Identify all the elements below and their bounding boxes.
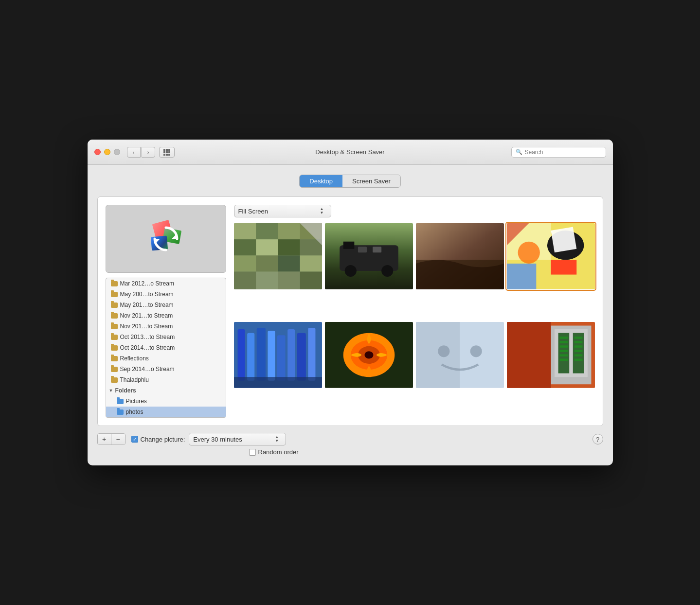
svg-rect-14 — [300, 255, 322, 271]
svg-rect-71 — [507, 322, 551, 388]
search-box[interactable]: 🔍 — [511, 147, 606, 158]
random-order-checkbox[interactable] — [249, 449, 256, 456]
folder-icon — [111, 345, 118, 351]
folder-icon — [111, 313, 118, 319]
svg-rect-57 — [558, 333, 569, 374]
folder-icon — [111, 324, 118, 329]
change-picture-checkbox-label[interactable]: Change picture: — [131, 436, 185, 443]
svg-rect-63 — [559, 354, 568, 356]
svg-rect-51 — [416, 322, 460, 388]
svg-rect-8 — [256, 239, 278, 255]
interval-select[interactable]: Every 30 minutes ▲ ▼ — [189, 433, 286, 445]
window-title: Desktop & Screen Saver — [315, 148, 384, 156]
search-input[interactable] — [525, 149, 602, 156]
change-picture-checkbox[interactable] — [131, 436, 138, 443]
source-item-oct2013[interactable]: Oct 2013…to Stream — [106, 332, 226, 342]
help-button[interactable]: ? — [592, 434, 603, 445]
svg-rect-4 — [256, 223, 278, 239]
maximize-button[interactable] — [114, 149, 120, 155]
photo-thumb-5[interactable] — [234, 322, 322, 388]
svg-marker-0 — [172, 233, 177, 239]
source-item-pictures[interactable]: Pictures — [106, 396, 226, 407]
back-button[interactable]: ‹ — [127, 147, 141, 158]
source-item-may201[interactable]: May 201…to Stream — [106, 300, 226, 310]
grid-icon — [163, 149, 170, 156]
svg-point-25 — [344, 265, 356, 277]
tab-group: Desktop Screen Saver — [299, 175, 400, 188]
folders-section-header[interactable]: ▼ Folders — [106, 385, 226, 396]
svg-rect-33 — [507, 264, 536, 289]
source-item-nov201b[interactable]: Nov 201…to Stream — [106, 321, 226, 332]
svg-point-49 — [364, 351, 373, 358]
folder-icon — [111, 281, 118, 286]
svg-rect-16 — [256, 272, 278, 289]
source-item-thaladphlu[interactable]: Thaladphlu — [106, 374, 226, 385]
svg-rect-15 — [234, 272, 256, 289]
svg-rect-68 — [574, 350, 582, 352]
change-picture-area: Change picture: Every 30 minutes ▲ ▼ — [131, 433, 587, 445]
source-item-photos[interactable]: photos — [106, 407, 226, 417]
photo-thumb-4[interactable] — [507, 223, 595, 289]
remove-button[interactable]: − — [111, 434, 125, 445]
grid-view-button[interactable] — [159, 147, 175, 158]
photo-thumb-3[interactable] — [416, 223, 504, 289]
random-order-row: Random order — [97, 448, 603, 456]
tabs-row: Desktop Screen Saver — [97, 175, 603, 188]
source-item-nov201a[interactable]: Nov 201…to Stream — [106, 310, 226, 321]
source-item-may200[interactable]: May 200…to Stream — [106, 289, 226, 300]
svg-rect-24 — [373, 247, 381, 252]
svg-rect-32 — [551, 260, 576, 274]
photo-svg-4 — [507, 223, 595, 289]
left-panel: Mar 2012…o Stream May 200…to Stream May … — [106, 205, 226, 418]
photo-thumb-8[interactable] — [507, 322, 595, 388]
fill-screen-select[interactable]: Fill Screen ▲ ▼ — [234, 205, 331, 217]
main-panel: Mar 2012…o Stream May 200…to Stream May … — [97, 196, 603, 426]
folder-icon-blue — [117, 409, 124, 415]
photo-thumb-6[interactable] — [325, 322, 413, 388]
svg-point-26 — [381, 265, 393, 277]
svg-rect-42 — [297, 333, 305, 381]
tab-screen-saver[interactable]: Screen Saver — [342, 175, 400, 187]
right-panel: Fill Screen ▲ ▼ — [234, 205, 595, 418]
traffic-lights — [94, 149, 120, 155]
svg-rect-12 — [256, 255, 278, 271]
add-remove-buttons: + − — [97, 433, 126, 445]
main-window: ‹ › Desktop & Screen Saver 🔍 Desktop Scr… — [88, 140, 613, 465]
source-item-mar2012[interactable]: Mar 2012…o Stream — [106, 278, 226, 289]
photo-thumb-1[interactable] — [234, 223, 322, 289]
photo-thumb-7[interactable] — [416, 322, 504, 388]
folder-icon — [111, 302, 118, 308]
source-item-sep2014[interactable]: Sep 2014…o Stream — [106, 364, 226, 374]
svg-rect-3 — [234, 223, 256, 239]
add-button[interactable]: + — [98, 434, 111, 445]
photo-svg-2 — [325, 223, 413, 289]
minimize-button[interactable] — [104, 149, 110, 155]
source-item-oct2014[interactable]: Oct 2014…to Stream — [106, 342, 226, 353]
svg-rect-67 — [574, 345, 582, 348]
photo-thumb-2[interactable] — [325, 223, 413, 289]
svg-rect-41 — [287, 329, 295, 381]
svg-rect-60 — [559, 341, 568, 343]
svg-rect-65 — [574, 337, 582, 339]
svg-rect-37 — [247, 333, 254, 381]
fill-screen-row: Fill Screen ▲ ▼ — [234, 205, 595, 217]
photo-svg-5 — [234, 322, 322, 388]
tab-desktop[interactable]: Desktop — [300, 175, 342, 187]
svg-rect-44 — [234, 377, 322, 388]
svg-rect-39 — [268, 331, 275, 381]
svg-rect-61 — [559, 345, 568, 348]
svg-rect-38 — [256, 328, 265, 381]
svg-rect-66 — [574, 341, 582, 343]
fill-screen-label: Fill Screen — [238, 208, 268, 215]
svg-rect-64 — [559, 358, 568, 361]
source-item-reflections[interactable]: Reflections — [106, 353, 226, 364]
folder-icon-blue — [117, 399, 124, 404]
close-button[interactable] — [94, 149, 101, 155]
search-icon: 🔍 — [516, 149, 522, 155]
svg-rect-36 — [237, 329, 245, 381]
random-order-label[interactable]: Random order — [128, 448, 299, 456]
svg-rect-59 — [559, 337, 568, 339]
rotate-arrow-icon — [151, 224, 181, 254]
svg-rect-58 — [573, 333, 584, 374]
forward-button[interactable]: › — [142, 147, 155, 158]
